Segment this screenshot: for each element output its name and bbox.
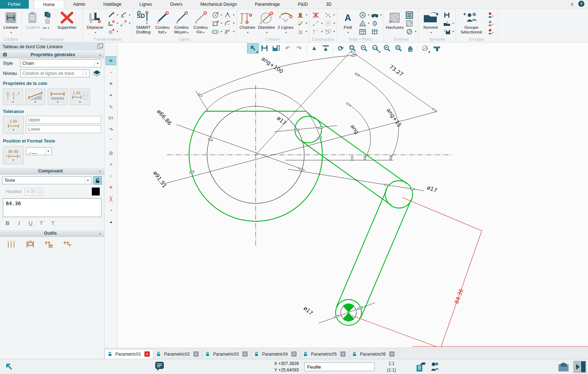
tolerance-check-icon[interactable] [296, 19, 305, 27]
doc-tab-parametric04[interactable]: Parametric04 ✕ [251, 349, 300, 359]
snap-tangent-icon[interactable]: ○ [106, 171, 116, 180]
component-header[interactable]: Composant ▲ [0, 167, 104, 175]
move-button[interactable]: ✕ Déplacer▾ [85, 10, 106, 35]
copy-with-reference-button[interactable] [43, 17, 52, 25]
table-plus-icon[interactable]: + [370, 28, 380, 35]
tools-header[interactable]: Outils ▲ [0, 229, 104, 237]
upper-tolerance-field[interactable] [26, 116, 101, 124]
zoom-previous-button[interactable] [381, 44, 392, 53]
dimension-placement-button[interactable]: ▾ [48, 89, 68, 105]
solid-fill-icon[interactable] [405, 11, 414, 19]
boundary-hatch-icon[interactable] [405, 28, 414, 35]
drawing-canvas[interactable]: ↶ ↷ ▲ ▲ ⟳ NAME ✕ [118, 42, 588, 348]
dimension-text-input[interactable]: 84.36 [3, 198, 102, 217]
float-panel-icon[interactable] [97, 45, 102, 49]
dim-dia-17-bottom[interactable]: ø17 [302, 305, 314, 316]
stretch-tool-icon[interactable] [119, 19, 128, 27]
save-symbol-icon[interactable] [442, 11, 452, 19]
construction-circle-icon[interactable] [323, 19, 333, 27]
collapse-ribbon-icon[interactable]: ∧ [570, 1, 574, 7]
text-triangle-icon[interactable]: A [358, 19, 367, 27]
snap-echo-icon[interactable]: ≋ [106, 56, 116, 65]
linear-dimension-button[interactable]: Linéaire▾ [2, 10, 20, 35]
close-tab-icon[interactable]: ✕ [242, 351, 248, 357]
construction-arc-icon[interactable]: ✕ [311, 28, 320, 35]
circle-tool-icon[interactable]: ✕ [211, 11, 220, 19]
general-properties-header[interactable]: ⚙ Propriétés générales ▲ [0, 51, 104, 58]
selected-group-button[interactable]: + Groupe Sélectionné [458, 10, 485, 35]
construction-point-icon[interactable] [311, 11, 320, 19]
dimension-orientation-button[interactable]: ▾ [25, 89, 45, 105]
mail-notification-icon[interactable] [557, 361, 570, 373]
construction-cross-icon[interactable] [323, 11, 333, 19]
dim-ang[interactable]: ang [349, 123, 360, 135]
text-circle-icon[interactable]: A [358, 11, 367, 19]
chamfer-tool-icon[interactable]: ✕ [223, 19, 232, 27]
delete-button[interactable]: Supprimer [53, 10, 81, 30]
continuous-medium-line-button[interactable]: ✕ Continu Moyen▾ [172, 10, 190, 35]
pan-hand-button[interactable] [404, 44, 416, 53]
dim-dia-17-mid[interactable]: ø17 [426, 184, 438, 194]
menu-tab-lignes[interactable]: Lignes [130, 0, 161, 9]
mirror-tool-icon[interactable] [107, 19, 116, 27]
redo-button[interactable]: ↷ [293, 44, 305, 53]
collaboration-users-icon[interactable] [430, 361, 440, 373]
height-stepper[interactable]: 4.00 ▲▼ [24, 188, 42, 195]
snap-xy-icon[interactable]: XY [106, 114, 116, 123]
named-symbol-button[interactable]: Nommé▾ [420, 10, 441, 35]
rectangle-tool-icon[interactable]: ✕ [211, 19, 220, 27]
select-arrow-button[interactable] [247, 44, 259, 53]
subscript-button[interactable]: Tˌ [51, 220, 56, 226]
collapse-section-icon[interactable]: ▲ [98, 169, 102, 173]
style-select[interactable]: Chain ▾ [20, 59, 101, 67]
zoom-name-button[interactable]: NAME [370, 44, 381, 53]
table-icon[interactable] [358, 28, 367, 35]
pattern-fill-icon[interactable] [405, 19, 414, 27]
slot-tool-icon[interactable] [211, 28, 220, 35]
hatching-button[interactable]: Hachures [386, 10, 404, 30]
component-type-select[interactable]: Texte ▾ [2, 176, 91, 184]
target-icon[interactable] [370, 19, 380, 27]
construction-circles-icon[interactable]: ✕ [323, 28, 333, 35]
snap-settings-button[interactable]: ✕ [419, 44, 431, 53]
italic-button[interactable]: I [17, 220, 22, 226]
dimension-tool-move-icon[interactable] [25, 240, 35, 249]
fillet-tool-icon[interactable]: ✕ [223, 28, 232, 35]
add-group-members-icon[interactable]: + [486, 19, 495, 27]
raise-to-top-button[interactable]: ▲ [320, 44, 331, 53]
lock-icon[interactable] [93, 176, 102, 185]
dim-84-36[interactable]: 84.36 [453, 288, 465, 305]
refresh-button[interactable]: ⟳ [335, 44, 346, 53]
globe-xy-icon[interactable]: ◕ [106, 217, 116, 226]
snap-point-icon[interactable]: ▪ [106, 68, 116, 77]
dim-ang-plus-100[interactable]: ang+100 [260, 55, 284, 75]
construction-line-icon[interactable] [311, 19, 320, 27]
paste-special-tool-icon[interactable] [119, 11, 128, 19]
dimension-type-chain-button[interactable]: ▾ [3, 89, 23, 105]
snap-arc-icon[interactable]: ⌒ [106, 137, 116, 146]
text-position-button[interactable]: 86 86 ▾ [3, 146, 24, 164]
menu-tab-3d[interactable]: 3D [317, 0, 340, 9]
tolerance-style-button[interactable]: 1.00 ▾ [3, 116, 24, 134]
doc-tab-parametric05[interactable]: Parametric05 ✕ [300, 349, 349, 359]
add-to-group-icon[interactable]: + [486, 11, 495, 19]
copy-button[interactable] [43, 10, 52, 18]
doc-tab-parametric06[interactable]: Parametric06 ✕ [349, 349, 398, 359]
globe-icon[interactable]: ◔ [106, 206, 116, 215]
snap-axes-icon[interactable]: ╳ [106, 194, 116, 203]
zoom-out-button[interactable] [358, 44, 369, 53]
save-as-button[interactable] [270, 44, 282, 53]
small-text-button[interactable]: A Petit▾ [339, 10, 357, 35]
lower-tolerance-field[interactable] [26, 125, 101, 133]
menu-tab-parametrage[interactable]: Paramétrage [246, 0, 289, 9]
superscript-button[interactable]: Tˈ [40, 220, 45, 226]
tangent-lines-tool-icon[interactable] [223, 11, 232, 19]
layers-icon[interactable] [93, 69, 101, 77]
save-symbol-1-icon[interactable]: 1 [442, 28, 452, 35]
collapse-panel-icon[interactable] [573, 361, 586, 374]
dim-dia-66-86[interactable]: ø66.86 [156, 108, 173, 127]
cad-drawing[interactable]: ang+100 73.27 ang+15 ang ø66.86 ø91.51 ø… [118, 42, 588, 348]
snap-axis-icon[interactable]: ⌖ [106, 91, 116, 100]
snap-circle-icon[interactable]: ◎ [106, 148, 116, 157]
two-lines-angle-dimension-button[interactable]: ✕ 2 Lignes▾ [277, 10, 295, 35]
